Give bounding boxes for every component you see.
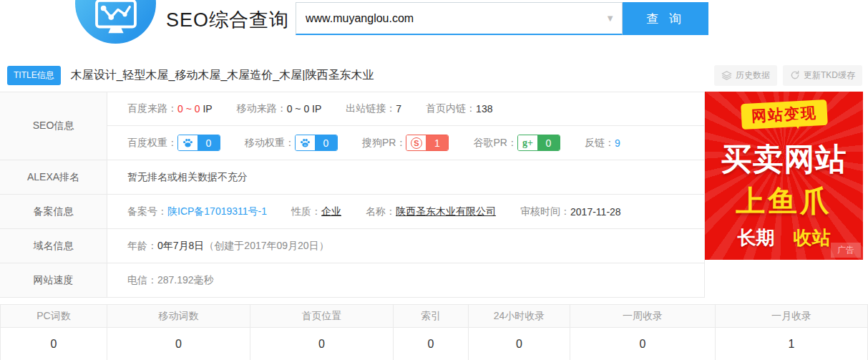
stats-header: 24小时收录 xyxy=(469,305,570,327)
ad-banner[interactable]: 网站变现 买卖网站 上鱼爪 长期 收站 广告 xyxy=(705,92,863,260)
stats-header: PC词数 xyxy=(1,305,107,327)
mobile-traffic-label: 移动来路： xyxy=(237,102,287,115)
mobile-traffic-value: 0 ~ 0 xyxy=(287,103,310,115)
stats-header: 移动词数 xyxy=(107,305,250,327)
stats-header: 一月收录 xyxy=(716,305,867,327)
stats-value-row: 0 0 0 0 0 0 1 xyxy=(1,328,867,360)
monitor-chart-icon xyxy=(94,0,138,37)
seo-traffic-subrow: 百度来路： 0 ~ 0 IP 移动来路： 0 ~ 0 IP 出站链接： 7 首页… xyxy=(107,92,704,126)
row-label: ALEXA排名 xyxy=(0,160,107,194)
page-title: SEO综合查询 xyxy=(166,7,289,33)
google-pr-label: 谷歌PR： xyxy=(473,137,517,150)
baidu-traffic-unit: IP xyxy=(203,103,212,115)
baidu-weight-badge[interactable]: 0 xyxy=(177,135,220,151)
alexa-value: 暂无排名或相关数据不充分 xyxy=(127,171,248,184)
icp-number-label: 备案号： xyxy=(127,205,167,218)
backlink-label: 反链： xyxy=(585,137,615,150)
ad-headline: 买卖网站 xyxy=(705,139,863,180)
icp-audit-value: 2017-11-28 xyxy=(570,206,621,218)
detail-table: SEO信息 百度来路： 0 ~ 0 IP 移动来路： 0 ~ 0 IP 出站链接… xyxy=(0,92,705,298)
query-button[interactable]: 查 询 xyxy=(623,2,708,35)
seo-weight-subrow: 百度权重： 0 移动权重： m xyxy=(107,126,704,160)
row-label: 备案信息 xyxy=(0,195,107,228)
homelinks-label: 首页内链： xyxy=(426,102,476,115)
icp-name-label: 名称： xyxy=(366,205,396,218)
seo-info-row: SEO信息 百度来路： 0 ~ 0 IP 移动来路： 0 ~ 0 IP 出站链接… xyxy=(0,92,704,160)
stats-header: 首页位置 xyxy=(250,305,394,327)
outlinks-label: 出站链接： xyxy=(346,102,396,115)
baidu-weight-label: 百度权重： xyxy=(127,137,177,150)
sogou-pr-value: 1 xyxy=(426,135,448,150)
baidu-traffic-value: 0 ~ 0 xyxy=(177,103,200,115)
title-bar: TITLE信息 木屋设计_轻型木屋_移动木屋_木屋造价_木屋|陕西圣东木业 历史… xyxy=(0,63,868,87)
row-label: 网站速度 xyxy=(0,263,107,297)
mobile-paw-icon: m xyxy=(296,135,315,150)
stats-value: 0 xyxy=(1,328,107,360)
homelinks-value: 138 xyxy=(476,103,492,115)
outlinks-value: 7 xyxy=(396,103,401,115)
site-logo xyxy=(75,0,156,44)
stats-value: 0 xyxy=(570,328,716,360)
domain-age-note: （创建于2017年09月20日） xyxy=(204,240,328,253)
stats-value: 0 xyxy=(469,328,570,360)
google-pr-badge[interactable]: g+ 0 xyxy=(517,135,560,151)
mobile-weight-label: 移动权重： xyxy=(245,137,295,150)
alexa-row: ALEXA排名 暂无排名或相关数据不充分 xyxy=(0,160,704,195)
history-data-button[interactable]: 历史数据 xyxy=(714,65,777,86)
domain-age-value: 0年7月8日 xyxy=(157,240,204,253)
domain-row: 域名信息 年龄： 0年7月8日 （创建于2017年09月20日） xyxy=(0,229,704,263)
title-bar-actions: 历史数据 更新TKD缓存 xyxy=(714,65,862,86)
speed-row: 网站速度 电信：287.192毫秒 xyxy=(0,263,704,298)
stats-value: 0 xyxy=(250,328,394,360)
seo-query-page: SEO综合查询 ▼ 查 询 TITLE信息 木屋设计_轻型木屋_移动木屋_木屋造… xyxy=(0,0,868,360)
icp-name-link[interactable]: 陕西圣东木业有限公司 xyxy=(396,205,496,218)
ad-tagline-right: 收站 xyxy=(794,225,831,250)
icp-audit-label: 审核时间： xyxy=(520,205,570,218)
search-bar: ▼ 查 询 xyxy=(296,2,708,35)
stats-value: 1 xyxy=(716,328,867,360)
sogou-icon: S xyxy=(406,135,426,150)
refresh-icon xyxy=(790,70,800,80)
layers-icon xyxy=(721,70,732,81)
icp-row: 备案信息 备案号： 陕ICP备17019311号-1 性质： 企业 名称： 陕西… xyxy=(0,195,704,229)
title-info-badge: TITLE信息 xyxy=(7,66,61,85)
stats-header-row: PC词数 移动词数 首页位置 索引 24小时收录 一周收录 一月收录 xyxy=(1,305,867,328)
stats-table: PC词数 移动词数 首页位置 索引 24小时收录 一周收录 一月收录 0 0 0… xyxy=(0,304,868,360)
speed-value: 电信：287.192毫秒 xyxy=(127,274,214,287)
refresh-tkd-button[interactable]: 更新TKD缓存 xyxy=(783,65,862,86)
search-input-wrap: ▼ xyxy=(296,2,623,35)
search-input[interactable] xyxy=(296,3,622,34)
ad-tagline-left: 长期 xyxy=(738,225,775,250)
history-data-label: 历史数据 xyxy=(736,69,770,82)
stats-value: 0 xyxy=(394,328,469,360)
icp-nature-link[interactable]: 企业 xyxy=(321,205,341,218)
refresh-tkd-label: 更新TKD缓存 xyxy=(804,69,855,82)
mobile-weight-value: 0 xyxy=(315,135,337,150)
sogou-pr-label: 搜狗PR： xyxy=(362,137,406,150)
row-label: SEO信息 xyxy=(0,92,107,160)
row-label: 域名信息 xyxy=(0,229,107,263)
mobile-weight-badge[interactable]: m 0 xyxy=(295,135,338,151)
domain-age-label: 年龄： xyxy=(127,240,157,253)
mobile-traffic-unit: IP xyxy=(312,103,321,115)
ad-subheadline: 上鱼爪 xyxy=(705,182,863,221)
svg-text:m: m xyxy=(304,143,307,147)
icp-number-link[interactable]: 陕ICP备17019311号-1 xyxy=(167,205,267,218)
ad-label-badge: 广告 xyxy=(831,243,861,258)
icp-nature-label: 性质： xyxy=(291,205,321,218)
baidu-paw-icon xyxy=(178,135,198,150)
dropdown-arrow-icon[interactable]: ▼ xyxy=(605,12,615,23)
stats-value: 0 xyxy=(107,328,250,360)
backlink-value[interactable]: 9 xyxy=(615,137,620,149)
google-pr-value: 0 xyxy=(537,135,560,150)
google-plus-icon: g+ xyxy=(518,135,537,150)
sogou-pr-badge[interactable]: S 1 xyxy=(406,135,449,151)
baidu-weight-value: 0 xyxy=(198,135,220,150)
stats-header: 一周收录 xyxy=(570,305,716,327)
baidu-traffic-label: 百度来路： xyxy=(127,102,177,115)
ad-bubble-text: 网站变现 xyxy=(741,99,828,130)
stats-header: 索引 xyxy=(394,305,469,327)
site-title-text: 木屋设计_轻型木屋_移动木屋_木屋造价_木屋|陕西圣东木业 xyxy=(71,68,374,83)
